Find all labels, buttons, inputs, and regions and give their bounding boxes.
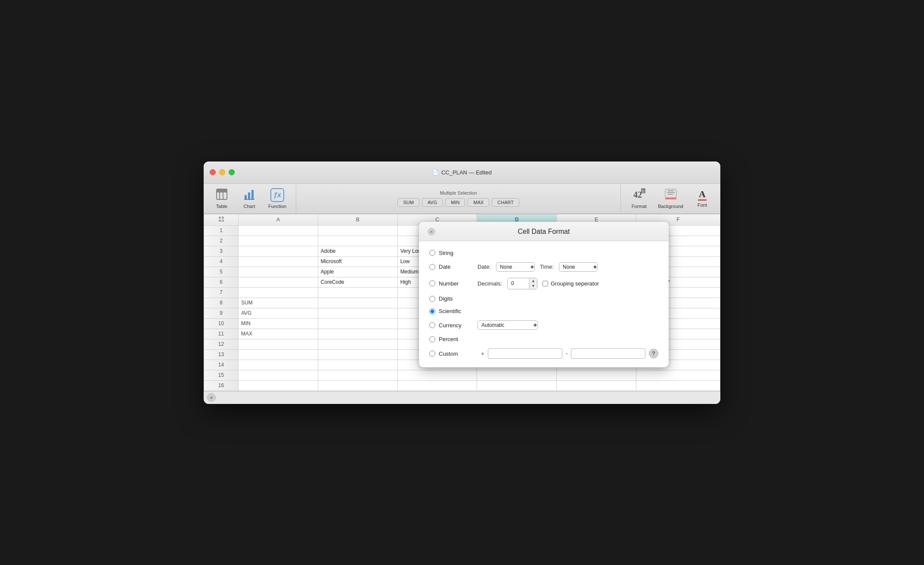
decimals-up-button[interactable]: ▲ xyxy=(530,278,537,284)
cell-b3[interactable]: Adobe xyxy=(318,246,397,256)
cell-e16[interactable] xyxy=(557,380,636,391)
min-button[interactable]: MIN xyxy=(445,198,465,207)
date-radio-label[interactable]: Date xyxy=(429,264,472,270)
currency-radio[interactable] xyxy=(429,322,435,328)
col-header-a[interactable]: A xyxy=(239,214,318,225)
cell-a12[interactable] xyxy=(239,339,318,349)
cell-b15[interactable] xyxy=(318,370,397,380)
cell-d16[interactable] xyxy=(477,380,557,391)
digits-radio-label[interactable]: Digits xyxy=(429,295,472,302)
custom-radio[interactable] xyxy=(429,351,435,357)
cell-b10[interactable] xyxy=(318,318,397,329)
scientific-radio-label[interactable]: Scientific xyxy=(429,308,472,314)
row-header-1[interactable]: 1 xyxy=(204,225,239,236)
row-header-13[interactable]: 13 xyxy=(204,349,239,360)
font-button[interactable]: A Font xyxy=(689,187,715,210)
currency-radio-label[interactable]: Currency xyxy=(429,322,472,329)
add-sheet-button[interactable]: + xyxy=(207,393,216,402)
cell-c15[interactable] xyxy=(397,370,477,380)
row-header-15[interactable]: 15 xyxy=(204,370,239,380)
number-radio-label[interactable]: Number xyxy=(429,280,472,287)
cell-b12[interactable] xyxy=(318,339,397,349)
cell-b14[interactable] xyxy=(318,360,397,370)
sum-button[interactable]: SUM xyxy=(397,198,419,207)
row-header-6[interactable]: 6 xyxy=(204,277,239,287)
decimals-down-button[interactable]: ▼ xyxy=(530,283,537,289)
help-button[interactable]: ? xyxy=(649,349,658,358)
cell-a7[interactable] xyxy=(239,287,318,298)
format-button[interactable]: 42 1 Format xyxy=(626,186,652,211)
cell-a2[interactable] xyxy=(239,236,318,246)
cell-b13[interactable] xyxy=(318,349,397,360)
string-radio[interactable] xyxy=(429,250,435,256)
cell-d15[interactable] xyxy=(477,370,557,380)
cell-a16[interactable] xyxy=(239,380,318,391)
string-radio-label[interactable]: String xyxy=(429,250,472,256)
row-header-14[interactable]: 14 xyxy=(204,360,239,370)
decimals-input[interactable] xyxy=(508,279,529,288)
cell-b2[interactable] xyxy=(318,236,397,246)
custom-negative-input[interactable] xyxy=(571,348,645,359)
percent-radio-label[interactable]: Percent xyxy=(429,336,472,342)
table-button[interactable]: Table xyxy=(209,186,235,211)
currency-select[interactable]: Automatic USD EUR GBP JPY xyxy=(478,320,538,330)
avg-button[interactable]: AVG xyxy=(422,198,443,207)
cell-a3[interactable] xyxy=(239,246,318,256)
max-button[interactable]: MAX xyxy=(468,198,489,207)
cell-b16[interactable] xyxy=(318,380,397,391)
number-radio[interactable] xyxy=(429,280,435,286)
row-header-5[interactable]: 5 xyxy=(204,267,239,277)
chart-formula-button[interactable]: CHART xyxy=(492,198,519,207)
row-header-16[interactable]: 16 xyxy=(204,380,239,391)
cell-e15[interactable] xyxy=(557,370,636,380)
row-header-8[interactable]: 8 xyxy=(204,298,239,308)
scientific-radio[interactable] xyxy=(429,308,435,314)
time-select[interactable]: None Short Medium Long xyxy=(559,262,598,272)
cell-a4[interactable] xyxy=(239,256,318,267)
row-header-2[interactable]: 2 xyxy=(204,236,239,246)
cell-a10[interactable]: MIN xyxy=(239,318,318,329)
row-header-9[interactable]: 9 xyxy=(204,308,239,318)
cell-f16[interactable] xyxy=(636,380,720,391)
cell-b4[interactable]: Microsoft xyxy=(318,256,397,267)
cell-b5[interactable]: Apple xyxy=(318,267,397,277)
cell-a15[interactable] xyxy=(239,370,318,380)
modal-close-button[interactable]: × xyxy=(428,228,435,236)
function-button[interactable]: ƒx Function xyxy=(264,186,291,211)
cell-a11[interactable]: MAX xyxy=(239,329,318,339)
cell-a5[interactable] xyxy=(239,267,318,277)
chart-button[interactable]: Chart xyxy=(236,186,262,211)
cell-b7[interactable] xyxy=(318,287,397,298)
cell-b6[interactable]: CoreCode xyxy=(318,277,397,287)
close-button[interactable] xyxy=(210,169,216,175)
custom-positive-input[interactable] xyxy=(488,348,562,359)
percent-radio[interactable] xyxy=(429,336,435,342)
row-header-11[interactable]: 11 xyxy=(204,329,239,339)
row-header-7[interactable]: 7 xyxy=(204,287,239,298)
row-header-4[interactable]: 4 xyxy=(204,256,239,267)
background-button[interactable]: Background xyxy=(654,186,688,211)
custom-radio-label[interactable]: Custom xyxy=(429,351,472,357)
cell-a9[interactable]: AVG xyxy=(239,308,318,318)
cell-a13[interactable] xyxy=(239,349,318,360)
cell-b9[interactable] xyxy=(318,308,397,318)
digits-radio[interactable] xyxy=(429,296,435,302)
cell-a8[interactable]: SUM xyxy=(239,298,318,308)
row-header-10[interactable]: 10 xyxy=(204,318,239,329)
cell-b8[interactable] xyxy=(318,298,397,308)
maximize-button[interactable] xyxy=(229,169,235,175)
minimize-button[interactable] xyxy=(219,169,225,175)
row-header-3[interactable]: 3 xyxy=(204,246,239,256)
date-select[interactable]: None Short Medium Long xyxy=(496,262,535,272)
date-radio[interactable] xyxy=(429,264,435,270)
col-header-b[interactable]: B xyxy=(318,214,397,225)
cell-b1[interactable] xyxy=(318,225,397,236)
cell-a14[interactable] xyxy=(239,360,318,370)
row-header-12[interactable]: 12 xyxy=(204,339,239,349)
grouping-checkbox[interactable] xyxy=(543,281,548,286)
cell-a6[interactable] xyxy=(239,277,318,287)
cell-b11[interactable] xyxy=(318,329,397,339)
cell-c16[interactable] xyxy=(397,380,477,391)
cell-a1[interactable] xyxy=(239,225,318,236)
cell-f15[interactable] xyxy=(636,370,720,380)
